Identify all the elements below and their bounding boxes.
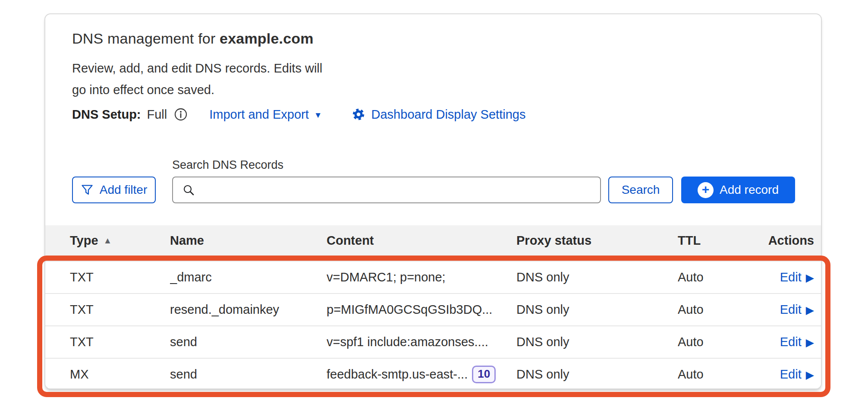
table-row: TXT send v=spf1 include:amazonses.... DN… bbox=[45, 325, 821, 358]
cell-proxy-status: DNS only bbox=[516, 270, 678, 284]
search-button[interactable]: Search bbox=[608, 177, 673, 203]
filter-icon bbox=[81, 183, 94, 196]
cell-content: v=DMARC1; p=none; bbox=[327, 270, 516, 284]
chevron-right-icon: ▶ bbox=[806, 336, 814, 349]
mx-priority-badge: 10 bbox=[472, 366, 496, 383]
dns-setup-label: DNS Setup: bbox=[72, 107, 141, 122]
search-button-label: Search bbox=[622, 183, 660, 197]
info-icon[interactable] bbox=[174, 107, 188, 121]
column-header-actions: Actions bbox=[755, 234, 821, 248]
cell-ttl: Auto bbox=[678, 303, 755, 317]
page-title: DNS management for example.com bbox=[72, 30, 314, 47]
dashboard-display-settings-link[interactable]: Dashboard Display Settings bbox=[351, 107, 526, 122]
table-row: TXT _dmarc v=DMARC1; p=none; DNS only Au… bbox=[45, 261, 821, 293]
cell-name: _dmarc bbox=[170, 270, 327, 284]
chevron-right-icon: ▶ bbox=[806, 369, 814, 381]
column-header-content: Content bbox=[327, 234, 516, 248]
cell-type: TXT bbox=[70, 303, 170, 317]
chevron-down-icon: ▼ bbox=[314, 110, 322, 120]
dns-records-table-body: TXT _dmarc v=DMARC1; p=none; DNS only Au… bbox=[45, 256, 821, 389]
column-header-name: Name bbox=[170, 234, 327, 248]
search-input[interactable] bbox=[201, 177, 596, 203]
cell-type: TXT bbox=[70, 270, 170, 284]
chevron-right-icon: ▶ bbox=[806, 304, 814, 316]
column-header-type-label: Type bbox=[70, 234, 98, 248]
cell-actions: Edit ▶ bbox=[755, 270, 821, 284]
dashboard-display-settings-label: Dashboard Display Settings bbox=[371, 107, 526, 122]
add-filter-label: Add filter bbox=[100, 183, 148, 197]
cell-actions: Edit ▶ bbox=[755, 303, 821, 317]
import-export-label: Import and Export bbox=[209, 107, 309, 122]
column-header-ttl: TTL bbox=[678, 234, 755, 248]
add-filter-button[interactable]: Add filter bbox=[72, 177, 156, 203]
page-title-domain: example.com bbox=[220, 30, 314, 47]
cell-ttl: Auto bbox=[678, 367, 755, 382]
cell-proxy-status: DNS only bbox=[516, 303, 678, 317]
edit-record-link[interactable]: Edit ▶ bbox=[780, 335, 814, 349]
cell-actions: Edit ▶ bbox=[755, 335, 821, 349]
cell-name: resend._domainkey bbox=[170, 303, 327, 317]
add-record-label: Add record bbox=[720, 183, 779, 197]
table-row: MX send feedback-smtp.us-east-... 10 DNS… bbox=[45, 358, 821, 389]
search-label: Search DNS Records bbox=[172, 158, 283, 172]
page-description: Review, add, and edit DNS records. Edits… bbox=[72, 57, 322, 101]
cell-type: TXT bbox=[70, 335, 170, 349]
edit-record-link[interactable]: Edit ▶ bbox=[780, 303, 814, 317]
search-box bbox=[172, 177, 601, 203]
cell-name: send bbox=[170, 367, 327, 382]
column-header-proxy-status: Proxy status bbox=[516, 234, 678, 248]
cell-proxy-status: DNS only bbox=[516, 335, 678, 349]
cell-actions: Edit ▶ bbox=[755, 367, 821, 382]
cell-content: p=MIGfMA0GCSqGSIb3DQ... bbox=[327, 303, 516, 317]
sort-ascending-icon: ▲ bbox=[104, 236, 112, 246]
cell-type: MX bbox=[70, 367, 170, 382]
page-description-line2: go into effect once saved. bbox=[72, 83, 214, 97]
import-export-link[interactable]: Import and Export ▼ bbox=[209, 107, 322, 122]
cell-content: v=spf1 include:amazonses.... bbox=[327, 335, 516, 349]
add-record-button[interactable]: + Add record bbox=[681, 177, 795, 203]
dns-setup-value: Full bbox=[147, 107, 167, 122]
table-header-row: Type ▲ Name Content Proxy status TTL Act… bbox=[45, 225, 821, 256]
cell-ttl: Auto bbox=[678, 335, 755, 349]
cell-name: send bbox=[170, 335, 327, 349]
dns-management-card: DNS management for example.com Review, a… bbox=[44, 13, 822, 389]
cell-proxy-status: DNS only bbox=[516, 367, 678, 382]
edit-record-link[interactable]: Edit ▶ bbox=[780, 367, 814, 382]
dns-setup-row: DNS Setup: Full Import and Export ▼ bbox=[72, 107, 525, 122]
page-description-line1: Review, add, and edit DNS records. Edits… bbox=[72, 61, 322, 75]
cell-ttl: Auto bbox=[678, 270, 755, 284]
edit-record-link[interactable]: Edit ▶ bbox=[780, 270, 814, 284]
cell-content: feedback-smtp.us-east-... 10 bbox=[327, 366, 516, 383]
chevron-right-icon: ▶ bbox=[806, 271, 814, 284]
gear-icon bbox=[351, 107, 366, 122]
table-row: TXT resend._domainkey p=MIGfMA0GCSqGSIb3… bbox=[45, 293, 821, 325]
plus-icon: + bbox=[698, 182, 714, 198]
page-title-prefix: DNS management for bbox=[72, 30, 220, 47]
column-header-type[interactable]: Type ▲ bbox=[70, 234, 170, 248]
search-icon bbox=[182, 183, 195, 197]
